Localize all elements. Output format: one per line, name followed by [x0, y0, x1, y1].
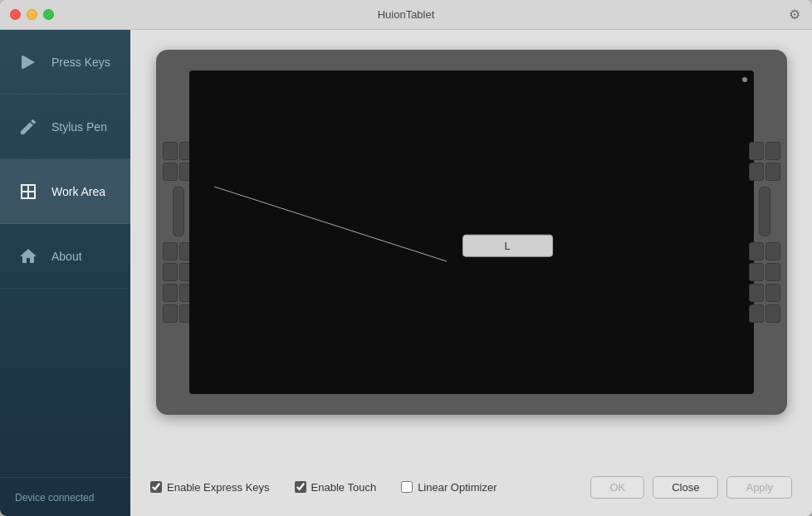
express-key[interactable] — [766, 163, 780, 181]
linear-optimizer-checkbox[interactable]: Linear Optimizer — [401, 481, 496, 494]
tablet-device: L — [156, 50, 787, 415]
express-key[interactable] — [163, 263, 178, 281]
sidebar-item-about-label: About — [51, 250, 82, 263]
bottom-controls: Enable Express Keys Enable Touch Linear … — [150, 458, 792, 516]
maximize-button[interactable] — [43, 9, 54, 20]
right-express-keys — [749, 142, 780, 323]
sidebar-item-press-keys-label: Press Keys — [51, 56, 110, 69]
express-key[interactable] — [766, 284, 780, 302]
express-key[interactable] — [766, 142, 780, 160]
enable-touch-checkbox[interactable]: Enable Touch — [295, 481, 377, 494]
sidebar-nav: Press Keys Stylus Pen — [0, 30, 130, 477]
sidebar-item-stylus-pen[interactable]: Stylus Pen — [0, 95, 130, 159]
minimize-button[interactable] — [27, 9, 37, 20]
sidebar-item-work-area[interactable]: Work Area — [0, 159, 130, 224]
window-title: HuionTablet — [378, 8, 435, 21]
window-controls — [10, 9, 54, 20]
main-content: Press Keys Stylus Pen — [0, 30, 812, 516]
scroll-wheel-left[interactable] — [173, 187, 184, 236]
title-bar: HuionTablet ⚙ — [0, 0, 812, 30]
work-area-icon — [17, 180, 40, 203]
express-key[interactable] — [749, 242, 764, 260]
apply-button[interactable]: Apply — [726, 476, 792, 499]
express-key[interactable] — [749, 284, 764, 302]
sidebar-item-about[interactable]: About — [0, 224, 130, 289]
tablet-screen: L — [189, 71, 754, 394]
express-key[interactable] — [766, 304, 780, 323]
sidebar: Press Keys Stylus Pen — [0, 30, 130, 516]
svg-line-2 — [214, 187, 447, 261]
svg-rect-1 — [22, 56, 23, 69]
linear-optimizer-label: Linear Optimizer — [418, 481, 496, 494]
gear-icon[interactable]: ⚙ — [789, 7, 800, 22]
express-key[interactable] — [766, 263, 780, 281]
express-key[interactable] — [749, 263, 764, 281]
enable-express-keys-label: Enable Express Keys — [167, 481, 270, 494]
stylus-pen-icon — [17, 115, 40, 139]
tablet-indicator — [742, 77, 747, 82]
scroll-wheel-right[interactable] — [759, 187, 770, 236]
express-key[interactable] — [163, 304, 178, 323]
express-key[interactable] — [163, 284, 178, 302]
device-status: Device connected — [15, 492, 94, 504]
express-key[interactable] — [749, 304, 764, 323]
sidebar-footer: Device connected — [0, 477, 130, 516]
close-button[interactable] — [10, 9, 21, 20]
express-key[interactable] — [163, 163, 178, 181]
pointer-line — [189, 71, 754, 394]
close-button[interactable]: Close — [653, 476, 718, 499]
bottom-checkboxes: Enable Express Keys Enable Touch Linear … — [150, 481, 497, 494]
enable-express-keys-input[interactable] — [150, 481, 162, 493]
sidebar-item-work-area-label: Work Area — [51, 185, 105, 198]
ok-button[interactable]: OK — [590, 476, 644, 499]
express-key[interactable] — [749, 142, 764, 160]
sidebar-item-stylus-pen-label: Stylus Pen — [51, 120, 107, 134]
express-key[interactable] — [163, 142, 178, 160]
linear-optimizer-input[interactable] — [401, 481, 413, 493]
tablet-area: L — [150, 46, 792, 458]
enable-touch-label: Enable Touch — [311, 481, 377, 494]
tablet-label: L — [462, 235, 553, 257]
bottom-buttons: OK Close Apply — [590, 476, 792, 499]
express-key[interactable] — [766, 242, 780, 260]
express-key[interactable] — [163, 242, 178, 260]
svg-marker-0 — [23, 56, 35, 69]
express-key[interactable] — [749, 163, 764, 181]
about-icon — [17, 245, 40, 268]
enable-touch-input[interactable] — [295, 481, 306, 493]
sidebar-item-press-keys[interactable]: Press Keys — [0, 30, 130, 95]
enable-express-keys-checkbox[interactable]: Enable Express Keys — [150, 481, 270, 494]
content-pane: L — [130, 30, 812, 516]
app-window: HuionTablet ⚙ Press Keys — [0, 0, 812, 516]
press-keys-icon — [17, 51, 40, 74]
